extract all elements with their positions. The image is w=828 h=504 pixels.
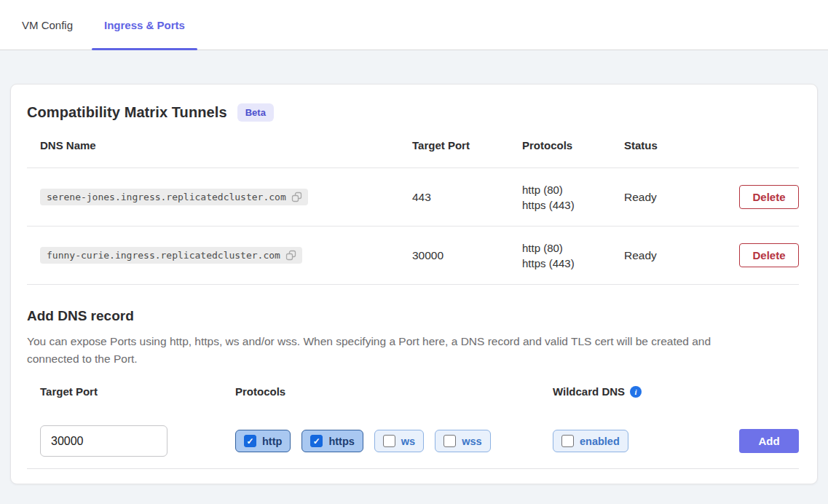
status-value: Ready (624, 191, 726, 204)
beta-badge: Beta (237, 103, 274, 122)
wildcard-enabled-checkbox[interactable]: enabled (553, 430, 628, 452)
wildcard-checkbox-label: enabled (580, 436, 620, 447)
protocol-checkbox-label: ws (401, 436, 415, 447)
protocol-line: https (443) (522, 256, 624, 271)
delete-button[interactable]: Delete (739, 243, 799, 267)
protocol-line: http (80) (522, 240, 624, 256)
status-value: Ready (624, 249, 726, 262)
form-controls-row: http https ws wss enabled (27, 425, 799, 457)
tab-vm-config[interactable]: VM Config (22, 0, 73, 50)
col-header-dns-name: DNS Name (40, 139, 412, 151)
card-title: Compatibility Matrix Tunnels (27, 104, 227, 121)
page-body: Compatibility Matrix Tunnels Beta DNS Na… (0, 50, 828, 484)
copy-icon[interactable] (285, 250, 296, 261)
table-row: serene-jones.ingress.replicatedcluster.c… (27, 168, 799, 227)
target-port-value: 443 (412, 191, 522, 204)
protocols-label: Protocols (235, 385, 553, 398)
checkbox-icon (443, 435, 456, 447)
protocol-checkbox-label: http (262, 436, 282, 447)
add-dns-record-description: You can expose Ports using http, https, … (27, 333, 759, 368)
protocol-checkbox-https[interactable]: https (301, 430, 363, 452)
wildcard-dns-label: Wildcard DNS (553, 385, 625, 398)
copy-icon[interactable] (291, 192, 302, 202)
table-row: funny-curie.ingress.replicatedcluster.co… (27, 227, 799, 285)
protocol-checkbox-ws[interactable]: ws (374, 430, 424, 452)
col-header-target-port: Target Port (412, 139, 522, 151)
add-dns-record-title: Add DNS record (27, 308, 799, 324)
protocol-line: https (443) (522, 197, 624, 213)
dns-name: funny-curie.ingress.replicatedcluster.co… (47, 250, 280, 261)
col-header-protocols: Protocols (522, 139, 624, 151)
add-button[interactable]: Add (739, 429, 799, 453)
tab-bar: VM Config Ingress & Ports (0, 0, 828, 50)
dns-name: serene-jones.ingress.replicatedcluster.c… (47, 192, 286, 202)
dns-name-pill: funny-curie.ingress.replicatedcluster.co… (40, 247, 302, 264)
target-port-label: Target Port (40, 385, 235, 398)
info-icon[interactable]: i (630, 386, 642, 398)
protocol-checkbox-http[interactable]: http (235, 430, 291, 452)
protocol-checkbox-label: wss (462, 436, 481, 447)
protocol-checkbox-label: https (328, 436, 354, 447)
checkbox-icon (383, 435, 395, 447)
tunnels-card: Compatibility Matrix Tunnels Beta DNS Na… (10, 84, 818, 484)
table-header-row: DNS Name Target Port Protocols Status (27, 139, 799, 168)
tab-ingress-ports[interactable]: Ingress & Ports (92, 0, 197, 50)
checkbox-icon (310, 435, 323, 447)
protocol-line: http (80) (522, 182, 624, 197)
delete-button[interactable]: Delete (739, 185, 799, 209)
card-title-row: Compatibility Matrix Tunnels Beta (27, 103, 799, 122)
checkbox-icon (561, 435, 574, 447)
target-port-input[interactable] (40, 425, 167, 457)
checkbox-icon (244, 435, 256, 447)
dns-name-pill: serene-jones.ingress.replicatedcluster.c… (40, 189, 308, 205)
protocol-pills: http https ws wss (235, 430, 553, 452)
col-header-status: Status (624, 139, 726, 151)
protocol-checkbox-wss[interactable]: wss (435, 430, 490, 452)
target-port-value: 30000 (412, 249, 522, 262)
card-bottom-divider (27, 468, 799, 469)
form-labels-row: Target Port Protocols Wildcard DNS i (27, 385, 799, 398)
